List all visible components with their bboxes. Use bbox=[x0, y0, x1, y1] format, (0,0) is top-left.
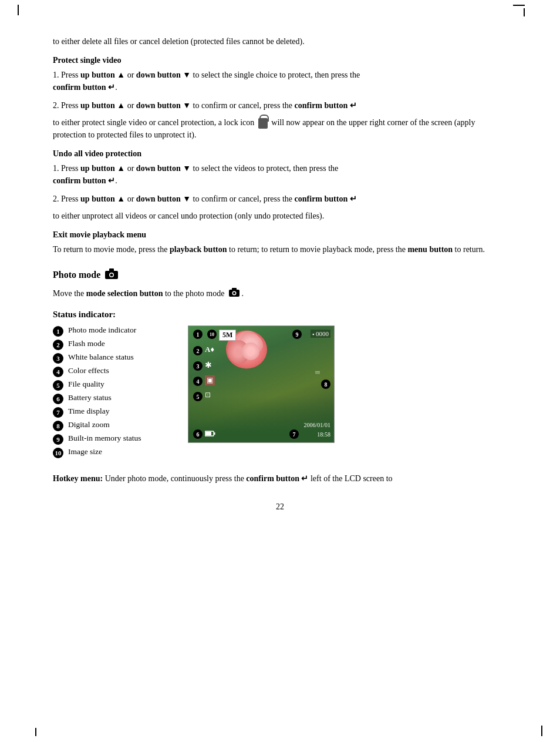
cam-zoom-bars: ||| bbox=[315, 371, 321, 374]
undo-s1-pre: 1. Press bbox=[53, 164, 80, 173]
svg-point-7 bbox=[233, 292, 235, 294]
page-number: 22 bbox=[53, 502, 507, 512]
status-section: 1 Photo mode indicator 2 Flash mode 3 Wh… bbox=[53, 325, 507, 461]
cam-battery-icon bbox=[205, 431, 215, 438]
protect-step1: 1. Press up button ▲ or down button ▼ to… bbox=[53, 69, 507, 93]
list-item: 9 Built-in memory status bbox=[53, 434, 170, 445]
undo-step1-text: 1. Press up button ▲ or down button ▼ to… bbox=[53, 162, 507, 187]
camera-display: 1 10 5M 9 ▪ 0000 2 A♦ 3 ✱ 4 ▣ 5 ⊡ bbox=[188, 325, 335, 443]
undo-s2-down: down button ▼ bbox=[136, 194, 191, 203]
list-item: 7 Time display bbox=[53, 407, 170, 418]
svg-rect-9 bbox=[214, 432, 215, 435]
step1-pre: 1. Press bbox=[53, 70, 80, 79]
page-container: to either delete all files or cancel del… bbox=[0, 0, 560, 742]
step1-confirm: confirm button ↵ bbox=[53, 83, 115, 92]
undo-s1-down: down button ▼ bbox=[136, 164, 191, 173]
undo-step2: 2. Press up button ▲ or down button ▼ to… bbox=[53, 193, 507, 222]
step2-mid2: to confirm or cancel, press the bbox=[191, 101, 295, 110]
cam-color-symbol: ▣ bbox=[205, 375, 215, 385]
step2-mid: or bbox=[125, 101, 136, 110]
exit-movie-text: To return to movie mode, press the playb… bbox=[53, 243, 507, 256]
undo-step2-text: 2. Press up button ▲ or down button ▼ to… bbox=[53, 193, 507, 205]
list-item: 3 White balance status bbox=[53, 352, 170, 364]
step2-pre: 2. Press bbox=[53, 101, 80, 110]
list-item: 2 Flash mode bbox=[53, 339, 170, 350]
svg-rect-10 bbox=[205, 432, 211, 435]
photo-mode-desc: Move the mode selection button to the ph… bbox=[53, 287, 507, 300]
undo-all-header: Undo all video protection bbox=[53, 149, 507, 159]
protect-step2-text: 2. Press up button ▲ or down button ▼ to… bbox=[53, 99, 507, 112]
svg-rect-5 bbox=[232, 288, 237, 291]
step1-mid: or bbox=[125, 70, 136, 79]
lock-icon bbox=[258, 118, 268, 129]
cam-time: 18:58 bbox=[317, 431, 330, 438]
hotkey-menu-text: Hotkey menu: Under photo mode, continuou… bbox=[53, 472, 507, 485]
step1-period: . bbox=[115, 83, 117, 92]
list-item: 5 File quality bbox=[53, 380, 170, 391]
undo-s2-confirm: confirm button ↵ bbox=[295, 194, 357, 203]
step1-post: to select the single choice to protect, … bbox=[191, 70, 360, 79]
cam-datetime: 2006/01/01 bbox=[303, 422, 330, 428]
status-indicator-title: Status indicator: bbox=[53, 310, 507, 320]
photo-mode-title: Photo mode bbox=[53, 268, 507, 281]
intro-text: to either delete all files or cancel del… bbox=[53, 35, 507, 48]
status-list: 1 Photo mode indicator 2 Flash mode 3 Wh… bbox=[53, 325, 170, 461]
photo-mode-camera-icon bbox=[229, 288, 239, 300]
camera-icon bbox=[105, 268, 118, 281]
step1-up-bold: up button ▲ bbox=[80, 70, 125, 79]
list-item: 6 Battery status bbox=[53, 393, 170, 404]
cam-wb-symbol: ✱ bbox=[205, 360, 212, 370]
protect-step1-text: 1. Press up button ▲ or down button ▼ to… bbox=[53, 69, 507, 93]
list-item: 10 Image size bbox=[53, 447, 170, 458]
cam-indicator-8: 8 bbox=[321, 380, 330, 389]
list-item: 1 Photo mode indicator bbox=[53, 325, 170, 337]
undo-step1: 1. Press up button ▲ or down button ▼ to… bbox=[53, 162, 507, 187]
cam-size-label: 5M bbox=[219, 330, 236, 341]
exit-movie-header: Exit movie playback menu bbox=[53, 230, 507, 240]
protect-single-header: Protect single video bbox=[53, 56, 507, 65]
list-item: 8 Digital zoom bbox=[53, 420, 170, 431]
svg-rect-1 bbox=[109, 268, 114, 272]
protect-step2: 2. Press up button ▲ or down button ▼ to… bbox=[53, 99, 507, 141]
step2-up-bold: up button ▲ bbox=[80, 101, 125, 110]
step2-confirm: confirm button ↵ bbox=[295, 101, 357, 110]
cam-photo-count: ▪ 0000 bbox=[311, 330, 330, 338]
undo-s2-up: up button ▲ bbox=[80, 194, 125, 203]
undo-s1-confirm: confirm button ↵ bbox=[53, 176, 115, 185]
undo-step2-post: to either unprotect all videos or cancel… bbox=[53, 210, 507, 222]
step2-down-bold: down button ▼ bbox=[136, 101, 191, 110]
cam-quality-symbol: ⊡ bbox=[205, 391, 211, 399]
step1-down-bold: down button ▼ bbox=[136, 70, 191, 79]
list-item: 4 Color effects bbox=[53, 366, 170, 377]
undo-s1-up: up button ▲ bbox=[80, 164, 125, 173]
svg-point-3 bbox=[110, 274, 113, 277]
hotkey-confirm: confirm button ↵ bbox=[246, 474, 308, 483]
protect-step2-post: to either protect single video or cancel… bbox=[53, 116, 507, 141]
cam-af-label: A♦ bbox=[205, 345, 214, 354]
